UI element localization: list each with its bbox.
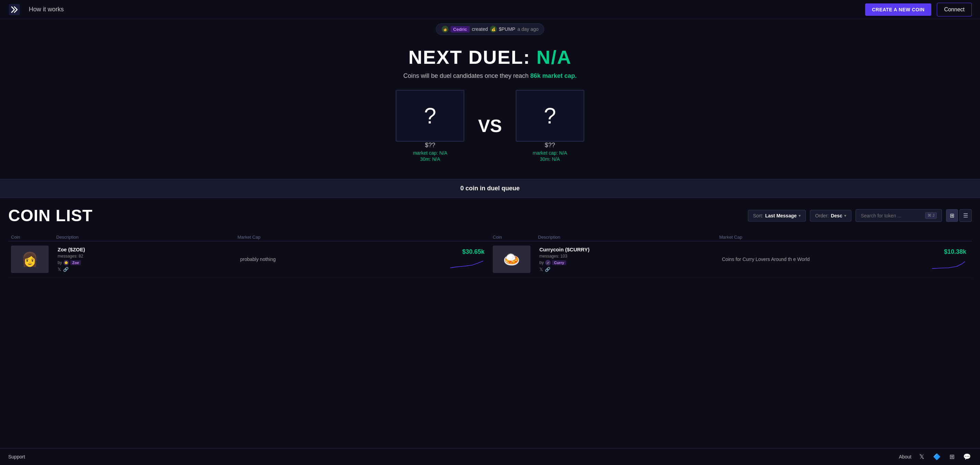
by-user-curry: Curry: [552, 260, 566, 265]
sort-dropdown[interactable]: Sort: Last Message ▾: [748, 210, 806, 221]
coin-by-zoe: by 🙂 Zoe: [57, 260, 232, 266]
duel-right-cap: market cap: N/A: [516, 150, 584, 156]
th-cap-left: Market Cap: [238, 234, 415, 240]
search-input[interactable]: [861, 213, 923, 218]
coin-by-curry: by 🌶 Curry: [539, 260, 714, 266]
duel-left-card: ?: [396, 90, 464, 142]
coin-chart-zoe: [446, 257, 487, 271]
by-label-zoe: by: [57, 260, 62, 265]
search-shortcut: ⌘ J: [925, 212, 937, 219]
duel-left-info: $?? market cap: N/A 30m: N/A: [396, 142, 464, 162]
order-dropdown[interactable]: Order: Desc ▾: [810, 210, 851, 221]
coin-name-zoe: Zoe ($ZOE): [57, 247, 232, 252]
by-user-zoe: Zoe: [70, 260, 81, 265]
coin-name-curry: Currycoin ($CURRY): [539, 247, 714, 252]
ticker-token: $PUMP: [499, 26, 515, 32]
coin-desc-zoe: probably nothing: [238, 256, 415, 262]
nav-how-it-works[interactable]: How it works: [29, 6, 64, 13]
coin-rows: 👩 Zoe ($ZOE) messages: 82 by 🙂 Zoe 𝕏 🔗 p…: [8, 241, 972, 277]
duel-left: ? $?? market cap: N/A 30m: N/A: [396, 90, 464, 162]
header-right: CREATE A NEW COIN Connect: [865, 3, 972, 16]
connect-button[interactable]: Connect: [937, 3, 972, 16]
search-box: ⌘ J: [856, 209, 942, 222]
duel-title-static: NEXT DUEL:: [408, 46, 530, 68]
header: How it works CREATE A NEW COIN Connect: [0, 0, 980, 19]
duel-arena: ? $?? market cap: N/A 30m: N/A VS ? $?? …: [14, 90, 966, 162]
duel-right-info: $?? market cap: N/A 30m: N/A: [516, 142, 584, 162]
coin-info-curry: Currycoin ($CURRY) messages: 103 by 🌶 Cu…: [538, 247, 715, 272]
th-empty-left: [419, 234, 487, 240]
duel-subtitle-accent: 86k market cap.: [530, 72, 577, 79]
th-empty-right: [900, 234, 969, 240]
x-icon-curry[interactable]: 𝕏: [539, 267, 543, 272]
view-toggle: ⊞ ☰: [946, 209, 972, 222]
duel-left-cap: market cap: N/A: [396, 150, 464, 156]
queue-text: 0 coin in duel queue: [460, 185, 520, 192]
sort-label: Sort:: [753, 213, 763, 218]
footer: Support About 𝕏 🔷 ⊞ 💬: [0, 448, 980, 465]
th-desc-left: Description: [56, 234, 234, 240]
duel-section: NEXT DUEL: N/A Coins will be duel candid…: [0, 39, 980, 179]
grid-view-button[interactable]: ⊞: [946, 209, 958, 222]
right-headers: Coin Description Market Cap: [490, 232, 972, 241]
coin-list-header: COIN LIST Sort: Last Message ▾ Order: De…: [8, 206, 972, 225]
link-icon-curry[interactable]: 🔗: [545, 267, 550, 272]
duel-left-question: ?: [424, 103, 436, 129]
duel-title: NEXT DUEL: N/A: [14, 46, 966, 68]
duel-title-value: N/A: [537, 46, 572, 68]
x-icon-zoe[interactable]: 𝕏: [57, 267, 61, 272]
duel-subtitle: Coins will be duel candidates once they …: [14, 72, 966, 80]
th-coin-right: Coin: [493, 234, 534, 240]
duel-right-card-inner: ?: [516, 91, 584, 141]
order-value: Desc: [831, 213, 842, 218]
th-cap-right: Market Cap: [719, 234, 897, 240]
list-view-button[interactable]: ☰: [959, 209, 972, 222]
duel-subtitle-static: Coins will be duel candidates once they …: [403, 72, 528, 79]
link-icon-zoe[interactable]: 🔗: [63, 267, 68, 272]
order-label: Order:: [815, 213, 829, 218]
duel-right-question: ?: [544, 103, 556, 129]
order-chevron-icon: ▾: [844, 213, 846, 218]
coin-list-controls: Sort: Last Message ▾ Order: Desc ▾ ⌘ J ⊞…: [748, 209, 972, 222]
ticker-time: a day ago: [517, 26, 539, 32]
ticker-bar: 🧑 Cedric created 💰 $PUMP a day ago: [0, 19, 980, 39]
ticker-user: Cedric: [450, 26, 470, 33]
ticker-pill[interactable]: 🧑 Cedric created 💰 $PUMP a day ago: [436, 23, 544, 35]
footer-left: Support: [8, 454, 25, 460]
duel-left-time: 30m: N/A: [396, 156, 464, 162]
coin-list-title: COIN LIST: [8, 206, 92, 225]
coin-image-curry: 🍛: [493, 245, 530, 273]
ticker-user-avatar: 🧑: [442, 26, 449, 33]
table-row[interactable]: 👩 Zoe ($ZOE) messages: 82 by 🙂 Zoe 𝕏 🔗 p…: [8, 241, 490, 277]
table-headers: Coin Description Market Cap Coin Descrip…: [8, 232, 972, 241]
queue-bar: 0 coin in duel queue: [0, 179, 980, 198]
coin-image-zoe: 👩: [11, 245, 49, 273]
sort-chevron-icon: ▾: [799, 213, 801, 218]
grid-icon[interactable]: ⊞: [947, 452, 957, 462]
duel-right-time: 30m: N/A: [516, 156, 584, 162]
chat-icon[interactable]: 💬: [962, 452, 972, 462]
table-row[interactable]: 🍛 Currycoin ($CURRY) messages: 103 by 🌶 …: [490, 241, 972, 277]
discord-icon[interactable]: 🔷: [932, 452, 942, 462]
coin-messages-curry: messages: 103: [539, 254, 714, 258]
footer-about-link[interactable]: About: [899, 454, 912, 460]
footer-support-link[interactable]: Support: [8, 454, 25, 460]
duel-right: ? $?? market cap: N/A 30m: N/A: [516, 90, 584, 162]
duel-vs: VS: [478, 116, 502, 136]
coin-market-cap-zoe: $30.65k: [462, 248, 487, 255]
logo[interactable]: [8, 3, 21, 16]
duel-right-token: $??: [516, 142, 584, 149]
header-left: How it works: [8, 3, 64, 16]
create-coin-button[interactable]: CREATE A NEW COIN: [865, 3, 931, 16]
th-coin-left: Coin: [11, 234, 52, 240]
coin-chart-curry: [928, 257, 969, 271]
avatar-curry: 🌶: [545, 260, 551, 266]
coin-desc-curry: Coins for Curry Lovers Around th e World: [719, 256, 897, 262]
th-desc-right: Description: [538, 234, 715, 240]
duel-right-card: ?: [516, 90, 584, 142]
coin-market-cap-curry: $10.38k: [944, 248, 969, 255]
sort-value: Last Message: [765, 213, 797, 218]
twitter-icon[interactable]: 𝕏: [917, 452, 926, 462]
left-headers: Coin Description Market Cap: [8, 232, 490, 241]
footer-right: About 𝕏 🔷 ⊞ 💬: [899, 452, 972, 462]
